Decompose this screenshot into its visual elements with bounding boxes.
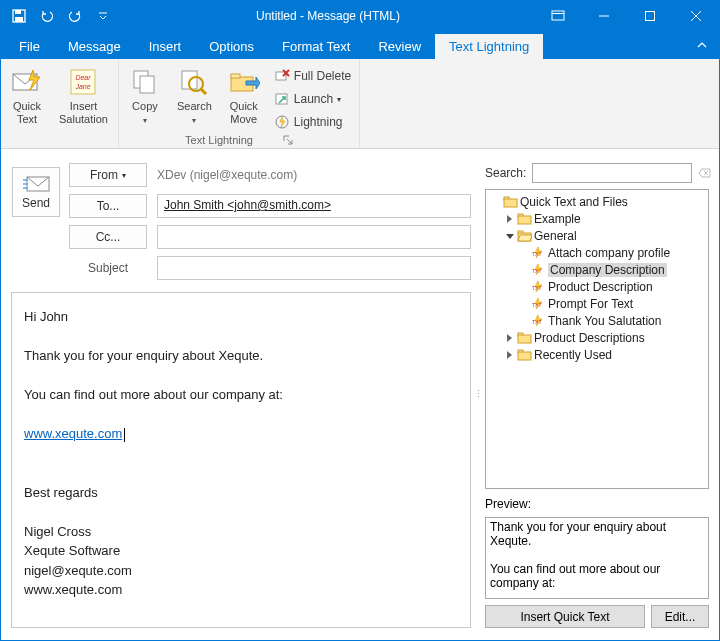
- lightning-button[interactable]: Lightning: [270, 111, 355, 133]
- window-title: Untitled - Message (HTML): [121, 9, 535, 23]
- copy-icon: [129, 66, 161, 98]
- quick-text-panel: Search: Quick Text and Files Example: [485, 159, 709, 628]
- message-body[interactable]: Hi John Thank you for your enquiry about…: [11, 292, 471, 628]
- chevron-down-icon: ▾: [192, 116, 196, 125]
- quick-text-tree[interactable]: Quick Text and Files Example General TXT…: [485, 189, 709, 489]
- cc-field[interactable]: [157, 225, 471, 249]
- collapse-ribbon-button[interactable]: [685, 31, 719, 59]
- tab-file[interactable]: File: [5, 34, 54, 59]
- svg-line-18: [201, 89, 206, 94]
- save-button[interactable]: [7, 4, 31, 28]
- quick-move-button[interactable]: Quick Move: [222, 63, 266, 133]
- search-button[interactable]: Search▾: [171, 63, 218, 133]
- expand-icon[interactable]: [504, 332, 515, 343]
- folder-icon: [517, 348, 532, 361]
- ribbon-group-label: Text Lightning: [185, 134, 253, 146]
- subject-label: Subject: [69, 261, 147, 275]
- expand-icon[interactable]: [504, 213, 515, 224]
- svg-rect-2: [15, 17, 23, 22]
- to-field[interactable]: John Smith <john@smith.com>: [157, 194, 471, 218]
- redo-button[interactable]: [63, 4, 87, 28]
- folder-icon: [503, 195, 518, 208]
- full-delete-button[interactable]: Full Delete: [270, 65, 355, 87]
- close-button[interactable]: [673, 1, 719, 31]
- lightning-text-icon: TXT: [531, 263, 546, 276]
- lightning-text-icon: TXT: [531, 246, 546, 259]
- svg-rect-1: [15, 10, 21, 14]
- folder-arrow-icon: [228, 66, 260, 98]
- search-input[interactable]: [532, 163, 692, 183]
- lightning-text-icon: TXT: [531, 297, 546, 310]
- ribbon-tab-strip: File Message Insert Options Format Text …: [1, 31, 719, 59]
- to-button[interactable]: To...: [69, 194, 147, 218]
- edit-button[interactable]: Edit...: [651, 605, 709, 628]
- insert-quick-text-button[interactable]: Insert Quick Text: [485, 605, 645, 628]
- svg-text:TXT: TXT: [532, 319, 541, 325]
- chevron-down-icon: ▾: [122, 171, 126, 180]
- collapse-icon[interactable]: [504, 230, 515, 241]
- tree-root[interactable]: Quick Text and Files: [488, 193, 706, 210]
- tab-review[interactable]: Review: [364, 34, 435, 59]
- dialog-launcher-button[interactable]: [283, 135, 293, 145]
- tree-recently-used[interactable]: Recently Used: [488, 346, 706, 363]
- tree-product-descriptions[interactable]: Product Descriptions: [488, 329, 706, 346]
- svg-text:TXT: TXT: [532, 268, 541, 274]
- cc-button[interactable]: Cc...: [69, 225, 147, 249]
- tree-item[interactable]: TXT Product Description: [488, 278, 706, 295]
- insert-salutation-button[interactable]: DearJane Insert Salutation: [53, 63, 114, 133]
- tree-general[interactable]: General: [488, 227, 706, 244]
- copy-button[interactable]: Copy▾: [123, 63, 167, 133]
- svg-rect-44: [518, 335, 531, 343]
- from-button[interactable]: From▾: [69, 163, 147, 187]
- send-button[interactable]: Send: [12, 167, 60, 217]
- folder-icon: [517, 331, 532, 344]
- send-mail-icon: [23, 174, 49, 192]
- tab-text-lightning[interactable]: Text Lightning: [435, 34, 543, 59]
- expand-icon[interactable]: [504, 349, 515, 360]
- svg-text:TXT: TXT: [532, 302, 541, 308]
- tree-item[interactable]: TXT Attach company profile: [488, 244, 706, 261]
- title-bar: Untitled - Message (HTML): [1, 1, 719, 31]
- svg-rect-35: [518, 216, 531, 224]
- svg-text:Dear: Dear: [76, 74, 92, 81]
- quick-text-button[interactable]: Quick Text: [5, 63, 49, 133]
- tab-options[interactable]: Options: [195, 34, 268, 59]
- undo-button[interactable]: [35, 4, 59, 28]
- ribbon-display-button[interactable]: [535, 1, 581, 31]
- chevron-down-icon: ▾: [143, 116, 147, 125]
- splitter[interactable]: ⋮: [475, 159, 481, 628]
- quick-access-toolbar: [1, 4, 121, 28]
- qat-customize-button[interactable]: [91, 4, 115, 28]
- svg-rect-15: [140, 76, 154, 93]
- folder-open-icon: [517, 229, 532, 242]
- tab-message[interactable]: Message: [54, 34, 135, 59]
- launch-icon: [274, 91, 290, 107]
- subject-field[interactable]: [157, 256, 471, 280]
- launch-button[interactable]: Launch ▾: [270, 88, 355, 110]
- minimize-button[interactable]: [581, 1, 627, 31]
- preview-box[interactable]: Thank you for your enquiry about Xequte.…: [485, 517, 709, 599]
- envelope-lightning-icon: [11, 66, 43, 98]
- tree-item[interactable]: TXT Thank You Salutation: [488, 312, 706, 329]
- lightning-text-icon: TXT: [531, 280, 546, 293]
- tree-item[interactable]: TXT Prompt For Text: [488, 295, 706, 312]
- tab-format-text[interactable]: Format Text: [268, 34, 364, 59]
- svg-text:TXT: TXT: [532, 285, 541, 291]
- text-caret: [124, 428, 125, 442]
- tree-item-selected[interactable]: TXT Company Description: [488, 261, 706, 278]
- app-window: Untitled - Message (HTML) File Message I…: [0, 0, 720, 641]
- folder-icon: [517, 212, 532, 225]
- svg-rect-46: [518, 352, 531, 360]
- clear-search-button[interactable]: [698, 165, 712, 181]
- tab-insert[interactable]: Insert: [135, 34, 196, 59]
- delete-x-icon: [274, 68, 290, 84]
- chevron-down-icon: ▾: [337, 95, 341, 104]
- svg-rect-4: [552, 11, 564, 20]
- maximize-button[interactable]: [627, 1, 673, 31]
- svg-text:TXT: TXT: [532, 251, 541, 257]
- svg-rect-20: [231, 74, 240, 78]
- body-link[interactable]: www.xequte.com: [24, 426, 122, 441]
- salutation-note-icon: DearJane: [67, 66, 99, 98]
- tree-example[interactable]: Example: [488, 210, 706, 227]
- ribbon: Quick Text DearJane Insert Salutation Co…: [1, 59, 719, 149]
